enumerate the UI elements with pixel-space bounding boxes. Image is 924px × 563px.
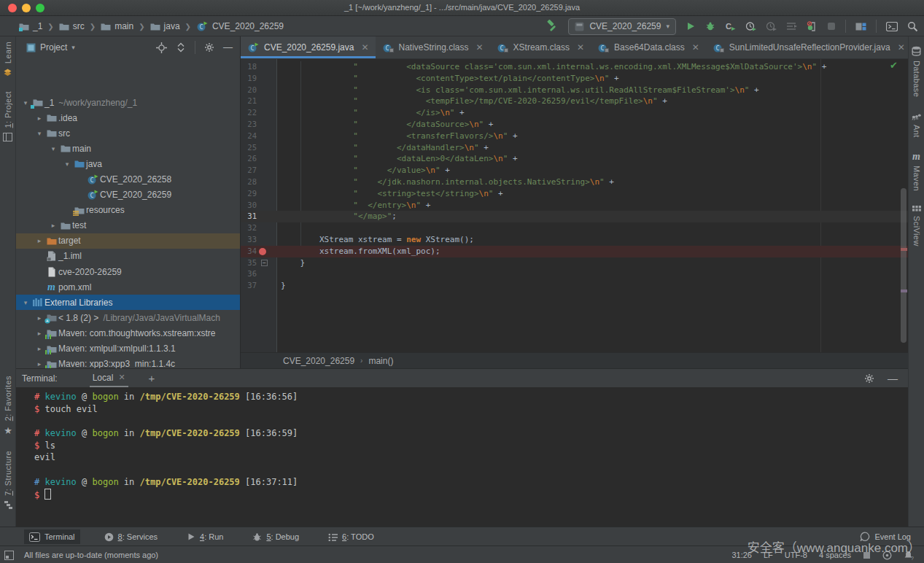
breadcrumb-item[interactable]: java	[150, 21, 180, 31]
tab-close-icon[interactable]: ✕	[898, 42, 905, 53]
breakpoint-dot[interactable]	[259, 248, 266, 255]
tree-row[interactable]: ▸target	[16, 233, 240, 249]
coverage-button-icon[interactable]: C	[725, 21, 736, 31]
tab-close-icon[interactable]: ✕	[692, 42, 699, 53]
tool-stripe-button-ant[interactable]: Ant	[912, 107, 922, 138]
terminal-settings-gear-icon[interactable]	[864, 373, 874, 384]
breadcrumb-item[interactable]: _1	[19, 21, 42, 31]
tree-row[interactable]: ▸Maven: com.thoughtworks.xstream:xstre	[16, 325, 240, 341]
code-line[interactable]: 25 " </dataHandler>\n" +	[241, 142, 908, 154]
breadcrumb-item[interactable]: main	[101, 21, 133, 31]
editor-scrollbar[interactable]	[901, 188, 906, 343]
gear-icon[interactable]	[204, 42, 214, 53]
tool-stripe-button-sciview[interactable]: SciView	[912, 201, 921, 246]
code-line[interactable]: 33 XStream xstream = new XStream();	[241, 234, 908, 246]
code-line[interactable]: 28 " </jdk.nashorn.internal.objects.Nati…	[241, 176, 908, 188]
terminal-tab-local[interactable]: Local ✕	[90, 369, 128, 387]
terminal-console[interactable]: # kevino @ bogon in /tmp/CVE-2020-26259 …	[16, 387, 908, 527]
tree-expand-arrow-icon[interactable]: ▸	[34, 345, 44, 352]
code-line[interactable]: 30 " </entry>\n" +	[241, 200, 908, 211]
tab-close-icon[interactable]: ✕	[361, 42, 368, 53]
tree-row[interactable]: ▸Maven: xmlpull:xmlpull:1.1.3.1	[16, 341, 240, 357]
tree-row[interactable]: ▸test	[16, 218, 240, 233]
run-configuration-select[interactable]: CVE_2020_26259 ▾	[568, 18, 676, 35]
tree-expand-arrow-icon[interactable]: ▸	[34, 314, 44, 322]
toolwindow-button--services[interactable]: 8: Services	[99, 529, 163, 544]
tree-row[interactable]: resources	[16, 203, 240, 218]
code-line[interactable]: 31 "</map>";	[241, 211, 908, 222]
tree-expand-arrow-icon[interactable]: ▸	[34, 114, 44, 122]
editor-breadcrumb-item[interactable]: CVE_2020_26259	[283, 356, 354, 366]
terminal-cursor[interactable]	[44, 489, 51, 500]
code-editor[interactable]: 18 " <dataSource class='com.sun.xml.inte…	[241, 59, 908, 352]
tree-row[interactable]: mpom.xml	[16, 279, 240, 295]
tool-stripe-button--structure[interactable]: 7: Structure	[4, 451, 13, 513]
error-stripe-mark[interactable]	[901, 248, 907, 251]
code-line[interactable]: 19 " <contentType>text/plain</contentTyp…	[241, 73, 908, 85]
new-terminal-session-icon[interactable]: +	[149, 372, 155, 384]
code-line[interactable]: 22 " </is>\n" +	[241, 107, 908, 119]
attach-debugger-icon[interactable]	[807, 21, 818, 32]
tree-row[interactable]: ▾External Libraries	[16, 295, 240, 310]
code-line[interactable]: 23 " </dataSource>\n" +	[241, 119, 908, 131]
collapse-all-icon[interactable]	[176, 42, 186, 53]
tree-expand-arrow-icon[interactable]: ▸	[34, 330, 44, 337]
hide-panel-icon[interactable]: —	[223, 44, 233, 51]
tool-stripe-button--project[interactable]: 1: Project	[3, 91, 12, 145]
toolwindow-button--todo[interactable]: 6: TODO	[323, 529, 379, 544]
tree-row[interactable]: ▾_1~/work/yanzheng/_1	[16, 95, 240, 110]
inspections-ok-icon[interactable]: ✔	[890, 60, 898, 71]
profiler-button-icon[interactable]	[745, 21, 756, 31]
code-line[interactable]: 24 " <transferFlavors/>\n" +	[241, 131, 908, 142]
tree-collapse-arrow-icon[interactable]: ▾	[34, 130, 44, 137]
code-line[interactable]: 35− }	[241, 257, 908, 269]
breadcrumb-item[interactable]: src	[59, 21, 85, 31]
breadcrumb-item[interactable]: CCVE_2020_26259	[196, 21, 284, 31]
tree-collapse-arrow-icon[interactable]: ▾	[48, 145, 58, 152]
tree-collapse-arrow-icon[interactable]: ▾	[62, 160, 72, 168]
terminal-window-icon[interactable]	[886, 22, 898, 31]
project-view-select[interactable]: Project ▾	[26, 42, 75, 53]
toolwindows-icon[interactable]	[855, 22, 866, 31]
tool-stripe-button--favorites[interactable]: 2: Favorites★	[4, 376, 12, 440]
tree-expand-arrow-icon[interactable]: ▸	[34, 360, 44, 368]
code-line[interactable]: 21 " <tempFile>/tmp/CVE-2020-26259/evil<…	[241, 96, 908, 107]
toolwindow-button--run[interactable]: 4: Run	[182, 529, 228, 544]
code-line[interactable]: 18 " <dataSource class='com.sun.xml.inte…	[241, 61, 908, 73]
tree-row[interactable]: CCVE_2020_26258	[16, 171, 240, 187]
tab-close-icon[interactable]: ✕	[577, 42, 584, 53]
hide-terminal-icon[interactable]: —	[888, 375, 898, 382]
tool-stripe-button-database[interactable]: Database	[912, 42, 921, 97]
tree-row[interactable]: ▸< 1.8 (2) >/Library/Java/JavaVirtualMac…	[16, 310, 240, 325]
code-line[interactable]: 26 " <dataLen>0</dataLen>\n" +	[241, 153, 908, 165]
locate-file-icon[interactable]	[156, 42, 167, 53]
editor-tab[interactable]: CNativeString.class✕	[376, 36, 490, 58]
code-line[interactable]: 32	[241, 222, 908, 234]
tree-expand-arrow-icon[interactable]: ▸	[48, 222, 58, 229]
search-everywhere-icon[interactable]	[907, 21, 918, 32]
run-button-icon[interactable]	[686, 21, 696, 31]
tree-collapse-arrow-icon[interactable]: ▾	[20, 299, 31, 306]
tool-stripe-button-maven[interactable]: mMaven	[912, 148, 921, 191]
editor-tab[interactable]: CXStream.class✕	[490, 36, 591, 58]
editor-tab[interactable]: CBase64Data.class✕	[591, 36, 706, 58]
tree-row[interactable]: cve-2020-26259	[16, 264, 240, 279]
code-line[interactable]: 37}	[241, 280, 908, 292]
editor-tab[interactable]: CCVE_2020_26259.java✕	[241, 36, 376, 58]
code-line[interactable]: 36	[241, 268, 908, 280]
tree-row[interactable]: _1.iml	[16, 249, 240, 264]
code-line[interactable]: 20 " <is class='com.sun.xml.internal.ws.…	[241, 85, 908, 96]
editor-tab[interactable]: CSunLimitedUnsafeReflectionProvider.java…	[706, 36, 912, 58]
error-stripe-mark[interactable]	[901, 290, 907, 292]
toolwindow-button--debug[interactable]: 5: Debug	[247, 529, 304, 544]
editor-breadcrumb-item[interactable]: main()	[368, 356, 393, 366]
code-line[interactable]: 29 " <string>test</string>\n" +	[241, 188, 908, 200]
tree-row[interactable]: ▸.idea	[16, 110, 240, 125]
toolwindow-toggle-icon[interactable]	[4, 551, 14, 560]
tab-close-icon[interactable]: ✕	[476, 42, 484, 53]
tree-row[interactable]: ▾src	[16, 125, 240, 141]
tree-collapse-arrow-icon[interactable]: ▾	[20, 99, 31, 106]
fold-marker-icon[interactable]: −	[261, 260, 268, 266]
tool-stripe-button-learn[interactable]: Learn	[3, 42, 12, 81]
tree-row[interactable]: CCVE_2020_26259	[16, 187, 240, 203]
